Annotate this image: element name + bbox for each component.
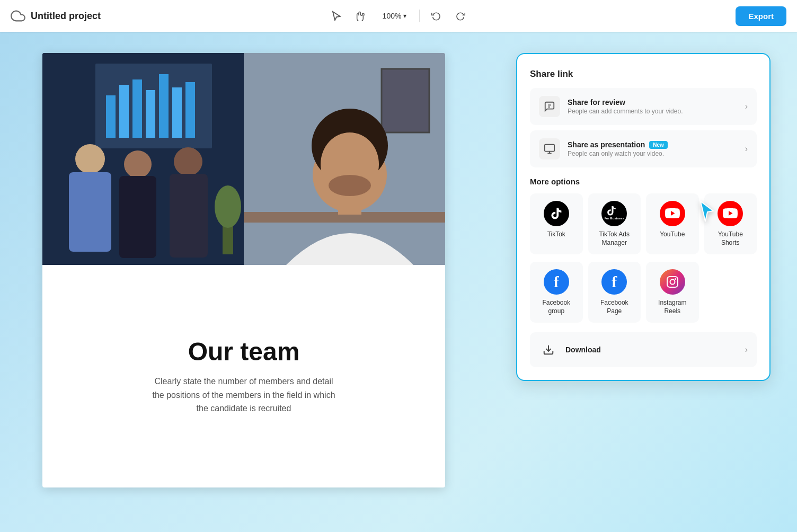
svg-rect-24 — [338, 193, 361, 215]
svg-rect-3 — [119, 85, 129, 138]
slide-preview: Our team Clearly state the number of mem… — [42, 53, 445, 487]
share-presentation-text: Share as presentation New People can onl… — [568, 140, 738, 157]
share-review-desc: People can add comments to your video. — [568, 108, 738, 115]
svg-rect-31 — [605, 204, 624, 223]
slide-right-inner — [244, 53, 445, 265]
share-presentation-desc: People can only watch your video. — [568, 150, 738, 157]
zoom-control[interactable]: 100% ▾ — [378, 10, 411, 22]
social-item-facebook-page[interactable]: f Facebook Page — [588, 262, 641, 323]
share-panel: Share link Share for review People can a… — [516, 53, 771, 381]
slide-body: Clearly state the number of members and … — [148, 375, 339, 415]
social-item-tiktok-ads[interactable]: For Business TikTok Ads Manager — [588, 193, 641, 254]
svg-point-36 — [670, 280, 675, 285]
new-badge: New — [649, 141, 668, 149]
svg-rect-2 — [106, 95, 116, 138]
share-presentation-arrow: › — [745, 144, 748, 154]
facebook-page-icon: f — [601, 269, 627, 295]
share-review-text: Share for review People can add comments… — [568, 98, 738, 115]
share-presentation-icon — [539, 138, 560, 159]
slide-image-right — [244, 53, 445, 265]
social-item-facebook-group[interactable]: f Facebook group — [530, 262, 583, 323]
tiktok-ads-icon: For Business — [601, 201, 627, 226]
svg-point-17 — [215, 185, 241, 228]
share-presentation-title: Share as presentation New — [568, 140, 738, 149]
toolbar-divider — [419, 10, 420, 22]
slide-bottom: Our team Clearly state the number of mem… — [42, 265, 445, 487]
social-item-instagram-reels[interactable]: Instagram Reels — [646, 262, 699, 323]
social-grid-row2: f Facebook group f Facebook Page Instagr… — [530, 262, 757, 323]
social-item-tiktok[interactable]: TikTok — [530, 193, 583, 254]
youtube-label: YouTube — [660, 230, 685, 239]
share-as-presentation-option[interactable]: Share as presentation New People can onl… — [530, 130, 757, 167]
social-grid-empty — [704, 262, 757, 323]
topbar-left: Untitled project — [11, 8, 269, 23]
tiktok-label: TikTok — [547, 230, 565, 239]
share-review-title: Share for review — [568, 98, 738, 107]
yt-shorts-icon — [718, 201, 743, 226]
instagram-reels-label: Instagram Reels — [650, 299, 695, 315]
instagram-reels-icon — [660, 269, 685, 295]
download-arrow: › — [745, 345, 748, 354]
youtube-icon — [660, 201, 685, 226]
share-link-title: Share link — [530, 69, 757, 79]
facebook-page-label: Facebook Page — [592, 299, 637, 315]
svg-rect-13 — [119, 176, 156, 258]
svg-point-37 — [675, 278, 676, 280]
svg-rect-15 — [170, 174, 208, 258]
svg-rect-6 — [159, 74, 169, 138]
facebook-group-icon: f — [544, 269, 569, 295]
pointer-tool-button[interactable] — [329, 7, 344, 24]
undo-button[interactable] — [428, 8, 444, 24]
svg-point-25 — [329, 175, 371, 196]
slide-images — [42, 53, 445, 265]
topbar-right: Export — [528, 6, 786, 26]
more-options-title: More options — [530, 177, 757, 186]
svg-point-12 — [124, 150, 152, 178]
social-grid-row1: TikTok For Business TikTok Ads Manager Y — [530, 193, 757, 254]
svg-rect-4 — [132, 79, 142, 138]
tiktok-ads-label: TikTok Ads Manager — [592, 230, 637, 247]
download-option[interactable]: Download › — [530, 332, 757, 367]
people-photo — [42, 53, 244, 265]
tiktok-icon — [544, 201, 569, 226]
download-icon — [539, 340, 558, 359]
export-button[interactable]: Export — [736, 6, 786, 26]
project-title[interactable]: Untitled project — [31, 11, 101, 22]
cursor-pointer — [698, 200, 718, 227]
svg-rect-35 — [667, 277, 678, 287]
facebook-group-label: Facebook group — [534, 299, 579, 315]
slide-title: Our team — [188, 337, 300, 366]
svg-rect-8 — [185, 82, 195, 138]
share-review-icon — [539, 96, 560, 117]
svg-rect-5 — [146, 90, 155, 138]
svg-point-14 — [174, 147, 202, 176]
redo-button[interactable] — [453, 8, 468, 24]
social-item-youtube[interactable]: YouTube — [646, 193, 699, 254]
svg-rect-11 — [69, 172, 111, 252]
yt-shorts-label: YouTube Shorts — [709, 230, 753, 247]
download-label: Download — [565, 345, 738, 354]
svg-rect-28 — [545, 145, 554, 152]
zoom-chevron: ▾ — [403, 12, 406, 20]
slide-image-left — [42, 53, 244, 265]
svg-rect-7 — [172, 87, 182, 138]
svg-point-10 — [75, 144, 105, 174]
share-for-review-option[interactable]: Share for review People can add comments… — [530, 88, 757, 125]
svg-text:For Business: For Business — [605, 217, 624, 220]
svg-rect-19 — [382, 69, 429, 132]
hand-tool-button[interactable] — [353, 7, 370, 24]
cloud-icon — [11, 8, 25, 23]
zoom-value: 100% — [383, 12, 402, 20]
topbar-center: 100% ▾ — [269, 7, 528, 24]
topbar: Untitled project 100% ▾ — [0, 0, 797, 32]
share-review-arrow: › — [745, 102, 748, 111]
